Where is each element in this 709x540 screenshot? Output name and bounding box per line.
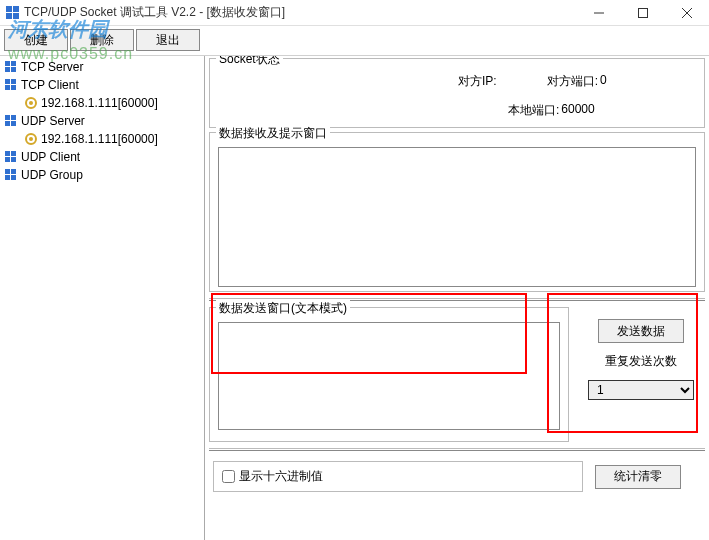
maximize-button[interactable] [621, 0, 665, 26]
svg-rect-1 [13, 6, 19, 12]
node-icon [24, 96, 38, 110]
svg-rect-21 [11, 121, 16, 126]
tree-item-tcp-client[interactable]: TCP Client [0, 76, 204, 94]
repeat-count-label: 重复发送次数 [605, 353, 677, 370]
receive-group: 数据接收及提示窗口 [209, 132, 705, 292]
send-controls: 发送数据 重复发送次数 1 [577, 307, 705, 442]
node-icon [24, 132, 38, 146]
create-button[interactable]: 创建 [4, 29, 68, 51]
toolbar: 创建 删除 退出 [0, 26, 709, 56]
close-button[interactable] [665, 0, 709, 26]
tree-label: 192.168.1.111[60000] [41, 132, 158, 146]
svg-rect-3 [13, 13, 19, 19]
tree-item-udp-server[interactable]: UDP Server [0, 112, 204, 130]
tree-label: UDP Client [21, 150, 80, 164]
svg-rect-13 [11, 79, 16, 84]
server-icon [4, 168, 18, 182]
local-port-label: 本地端口: [508, 102, 559, 119]
server-icon [4, 150, 18, 164]
svg-rect-26 [5, 157, 10, 162]
svg-rect-5 [639, 9, 648, 18]
bottom-row: 显示十六进制值 统计清零 [209, 457, 705, 496]
receive-textarea[interactable] [218, 147, 696, 287]
svg-rect-15 [11, 85, 16, 90]
svg-rect-19 [11, 115, 16, 120]
server-icon [4, 78, 18, 92]
svg-point-17 [29, 101, 33, 105]
hex-checkbox-label: 显示十六进制值 [239, 468, 323, 485]
send-row: 数据发送窗口(文本模式) 发送数据 重复发送次数 1 [209, 307, 705, 442]
remote-ip-label: 对方IP: [458, 73, 497, 90]
local-port-value: 60000 [561, 102, 594, 119]
svg-rect-27 [11, 157, 16, 162]
tree-item-tcp-server[interactable]: TCP Server [0, 58, 204, 76]
delete-button[interactable]: 删除 [70, 29, 134, 51]
svg-rect-0 [6, 6, 12, 12]
remote-port-value: 0 [600, 73, 607, 90]
tree-label: UDP Group [21, 168, 83, 182]
tree-label: 192.168.1.111[60000] [41, 96, 158, 110]
svg-rect-31 [11, 175, 16, 180]
divider [209, 448, 705, 451]
svg-rect-28 [5, 169, 10, 174]
title-bar: TCP/UDP Socket 调试工具 V2.2 - [数据收发窗口] [0, 0, 709, 26]
stats-clear-button[interactable]: 统计清零 [595, 465, 681, 489]
server-icon [4, 114, 18, 128]
socket-status-title: Socket状态 [216, 56, 283, 68]
svg-rect-9 [11, 61, 16, 66]
svg-rect-12 [5, 79, 10, 84]
receive-title: 数据接收及提示窗口 [216, 125, 330, 142]
socket-status-group: Socket状态 对方IP: 对方端口: 0 本地端口: 60000 [209, 58, 705, 128]
svg-rect-18 [5, 115, 10, 120]
svg-rect-2 [6, 13, 12, 19]
svg-rect-29 [11, 169, 16, 174]
hex-checkbox-wrap: 显示十六进制值 [213, 461, 583, 492]
svg-rect-14 [5, 85, 10, 90]
remote-port-label: 对方端口: [547, 73, 598, 90]
send-title: 数据发送窗口(文本模式) [216, 300, 350, 317]
main-area: TCP Server TCP Client 192.168.1.111[6000… [0, 56, 709, 540]
tree-item-udp-group[interactable]: UDP Group [0, 166, 204, 184]
window-controls [577, 0, 709, 25]
repeat-count-select[interactable]: 1 [588, 380, 694, 400]
send-group: 数据发送窗口(文本模式) [209, 307, 569, 442]
hex-display-checkbox[interactable] [222, 470, 235, 483]
send-textarea[interactable] [218, 322, 560, 430]
svg-rect-11 [11, 67, 16, 72]
svg-rect-10 [5, 67, 10, 72]
app-icon [6, 6, 20, 20]
tree-label: UDP Server [21, 114, 85, 128]
tree-label: TCP Server [21, 60, 83, 74]
send-data-button[interactable]: 发送数据 [598, 319, 684, 343]
minimize-button[interactable] [577, 0, 621, 26]
content-panel: Socket状态 对方IP: 对方端口: 0 本地端口: 60000 [205, 56, 709, 540]
sidebar-tree[interactable]: TCP Server TCP Client 192.168.1.111[6000… [0, 56, 205, 540]
svg-rect-20 [5, 121, 10, 126]
window-title: TCP/UDP Socket 调试工具 V2.2 - [数据收发窗口] [24, 4, 577, 21]
tree-item-tcp-client-node[interactable]: 192.168.1.111[60000] [0, 94, 204, 112]
tree-label: TCP Client [21, 78, 79, 92]
server-icon [4, 60, 18, 74]
svg-rect-8 [5, 61, 10, 66]
exit-button[interactable]: 退出 [136, 29, 200, 51]
tree-item-udp-server-node[interactable]: 192.168.1.111[60000] [0, 130, 204, 148]
svg-rect-25 [11, 151, 16, 156]
svg-rect-30 [5, 175, 10, 180]
svg-point-23 [29, 137, 33, 141]
svg-rect-24 [5, 151, 10, 156]
tree-item-udp-client[interactable]: UDP Client [0, 148, 204, 166]
